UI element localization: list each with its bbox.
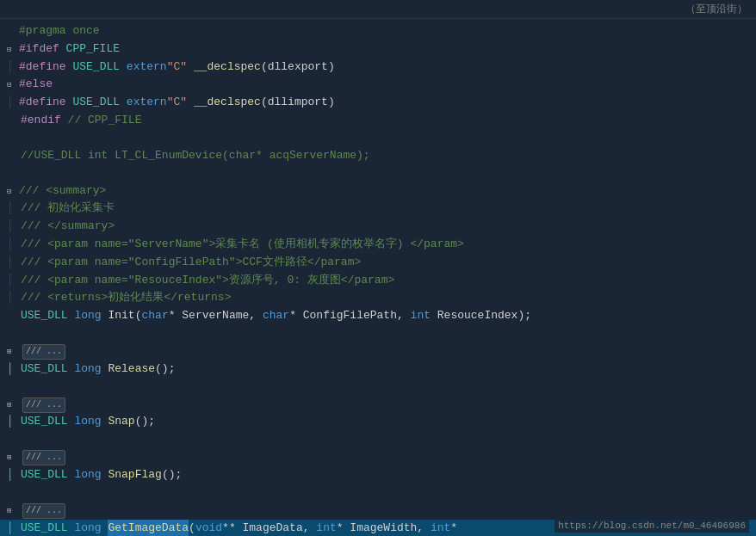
- fold-29: │: [7, 520, 19, 536]
- code-text: ();: [135, 413, 155, 431]
- code-text: [120, 59, 127, 77]
- code-text: #pragma once: [19, 22, 100, 40]
- code-text: int: [431, 520, 450, 536]
- folded-block-1[interactable]: /// ...: [22, 344, 65, 360]
- code-text: [187, 94, 194, 112]
- code-text: /// <param name="ConfigFilePath">CCF文件路径…: [21, 254, 361, 272]
- fold-22[interactable]: ⊞: [7, 396, 19, 414]
- code-text: #define: [19, 59, 72, 77]
- code-text: [120, 94, 127, 112]
- code-text: USE_DLL: [21, 466, 68, 484]
- code-text: long: [74, 360, 101, 379]
- folded-block-3[interactable]: /// ...: [22, 450, 65, 465]
- code-text: CPP_FILE: [66, 40, 120, 59]
- fold-15: │: [7, 272, 19, 290]
- code-text: Release: [108, 360, 155, 379]
- code-text: Init: [108, 307, 134, 325]
- code-text: *: [450, 520, 457, 536]
- line-16: │ /// <returns>初始化结果</returns>: [0, 289, 756, 307]
- fold-16: │: [7, 289, 19, 307]
- fold-5: │: [7, 94, 19, 112]
- code-text: USE_DLL: [21, 413, 68, 431]
- line-empty-6: [0, 484, 756, 502]
- fold-26: │: [7, 466, 19, 484]
- code-text: //USE_DLL int LT_CL_EnumDevice(char* acq…: [21, 147, 370, 165]
- code-text: // CPP_FILE: [61, 112, 142, 130]
- code-text: [68, 520, 75, 536]
- code-text: __declspec: [194, 59, 261, 77]
- line-15: │ /// <param name="ResouceIndex">资源序号, 0…: [0, 272, 756, 290]
- code-text: USE_DLL: [72, 59, 120, 77]
- top-bar: （至顶沿街）: [0, 0, 756, 19]
- code-text-highlight: GetImageData: [108, 520, 189, 536]
- code-text: [68, 360, 75, 379]
- code-text: (: [189, 520, 195, 536]
- code-text: #else: [19, 76, 53, 94]
- line-12: │ /// </summary>: [0, 218, 756, 236]
- code-text: * ImageWidth,: [337, 520, 431, 536]
- line-23: │ USE_DLL long Snap();: [0, 413, 756, 431]
- code-text: /// <param name="ServerName">采集卡名 (使用相机专…: [21, 236, 464, 254]
- folded-block-4[interactable]: /// ...: [22, 503, 65, 519]
- code-text: #define: [19, 94, 72, 112]
- fold-14: │: [7, 254, 19, 272]
- fold-25[interactable]: ⊞: [7, 448, 19, 466]
- code-text: [102, 307, 108, 325]
- line-26: │ USE_DLL long SnapFlag();: [0, 466, 756, 484]
- code-text: [102, 360, 108, 379]
- top-bar-label: （至顶沿街）: [685, 2, 747, 16]
- line-4: ⊟ #else: [0, 76, 756, 94]
- code-text: ();: [162, 466, 182, 484]
- line-2: ⊟ #ifdef CPP_FILE: [0, 40, 756, 59]
- code-text: #endif: [21, 112, 61, 130]
- code-text: * ServerName,: [169, 307, 263, 325]
- code-text: [102, 466, 108, 484]
- code-text: long: [74, 466, 101, 484]
- code-text: (dllimport): [261, 94, 335, 112]
- line-empty-2: [0, 165, 756, 182]
- line-10: ⊟ /// <summary>: [0, 182, 756, 200]
- line-22: ⊞ /// ...: [0, 396, 756, 414]
- code-text: void: [195, 520, 222, 536]
- fold-10[interactable]: ⊟: [7, 182, 19, 200]
- line-empty-4: [0, 379, 756, 396]
- code-text: (: [135, 307, 142, 325]
- code-text: ResouceIndex);: [431, 307, 531, 325]
- fold-2[interactable]: ⊟: [7, 40, 19, 59]
- fold-11: │: [7, 200, 19, 218]
- code-text: /// 初始化采集卡: [21, 200, 115, 218]
- line-19: ⊞ /// ...: [0, 342, 756, 360]
- line-empty-5: [0, 431, 756, 448]
- code-text: USE_DLL: [21, 307, 68, 325]
- fold-4[interactable]: ⊟: [7, 76, 19, 94]
- code-text: ** ImageData,: [222, 520, 316, 536]
- code-text: #ifdef: [19, 40, 66, 59]
- folded-block-2[interactable]: /// ...: [22, 397, 65, 413]
- code-text: USE_DLL: [21, 360, 68, 379]
- fold-28[interactable]: ⊞: [7, 502, 19, 520]
- code-text: [68, 466, 75, 484]
- code-text: int: [316, 520, 336, 536]
- editor-container: （至顶沿街） #pragma once ⊟ #ifdef CPP_FILE │ …: [0, 0, 756, 536]
- code-text: /// <returns>初始化结果</returns>: [21, 289, 231, 307]
- code-text: Snap: [108, 413, 134, 431]
- line-25: ⊞ /// ...: [0, 448, 756, 466]
- code-text: int: [411, 307, 431, 325]
- line-6: #endif // CPP_FILE: [0, 112, 756, 130]
- code-text: /// </summary>: [21, 218, 115, 236]
- line-empty-1: [0, 130, 756, 147]
- code-area: #pragma once ⊟ #ifdef CPP_FILE │ #define…: [0, 19, 756, 536]
- code-text: USE_DLL: [21, 520, 68, 536]
- code-text: long: [74, 307, 101, 325]
- code-text: [102, 520, 108, 536]
- code-text: USE_DLL: [72, 94, 120, 112]
- code-text: extern: [127, 59, 167, 77]
- code-text: SnapFlag: [108, 466, 161, 484]
- fold-19[interactable]: ⊞: [7, 342, 19, 360]
- line-1: #pragma once: [0, 22, 756, 40]
- code-text: long: [74, 413, 101, 431]
- line-5: │ #define USE_DLL extern"C" __declspec(d…: [0, 94, 756, 112]
- line-17: USE_DLL long Init(char* ServerName, char…: [0, 307, 756, 325]
- fold-12: │: [7, 218, 19, 236]
- code-text: [102, 413, 108, 431]
